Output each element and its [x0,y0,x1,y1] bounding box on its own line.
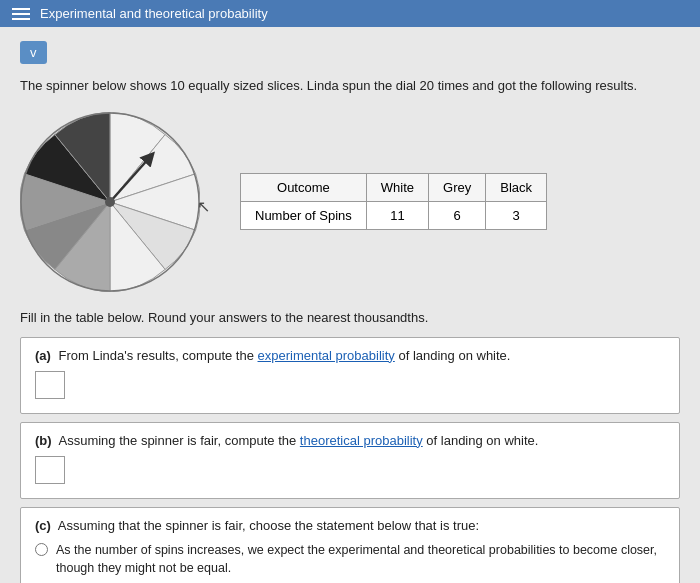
question-b-label: (b) Assuming the spinner is fair, comput… [35,433,665,448]
question-b-box: (b) Assuming the spinner is fair, comput… [20,422,680,499]
white-spins: 11 [366,202,428,230]
intro-text: The spinner below shows 10 equally sized… [20,76,680,96]
grey-spins: 6 [429,202,486,230]
top-bar: Experimental and theoretical probability [0,0,700,27]
grey-header: Grey [429,174,486,202]
results-table: Outcome White Grey Black Number of Spins… [240,173,547,230]
black-header: Black [486,174,547,202]
question-a-input[interactable] [35,371,65,399]
fill-instruction: Fill in the table below. Round your answ… [20,310,680,325]
hamburger-menu[interactable] [12,8,30,20]
question-c-label: (c) Assuming that the spinner is fair, c… [35,518,665,533]
num-spins-label: Number of Spins [241,202,367,230]
question-b-input[interactable] [35,456,65,484]
experimental-probability-link[interactable]: experimental probability [258,348,395,363]
radio-closer[interactable] [35,543,48,556]
black-spins: 3 [486,202,547,230]
question-a-label: (a) From Linda's results, compute the ex… [35,348,665,363]
cursor-indicator: ↖ [197,197,210,216]
content-area: v The spinner below shows 10 equally siz… [0,27,700,583]
dropdown-button[interactable]: v [20,41,47,64]
outcome-header: Outcome [241,174,367,202]
radio-option-closer: As the number of spins increases, we exp… [35,541,665,579]
spinner: ↖ [20,112,200,292]
page-title: Experimental and theoretical probability [40,6,268,21]
white-header: White [366,174,428,202]
svg-point-1 [105,197,115,207]
question-a-box: (a) From Linda's results, compute the ex… [20,337,680,414]
spinner-table-section: ↖ Outcome White Grey Black Number of Spi… [20,112,680,292]
results-table-container: Outcome White Grey Black Number of Spins… [240,173,547,230]
theoretical-probability-link[interactable]: theoretical probability [300,433,423,448]
question-c-box: (c) Assuming that the spinner is fair, c… [20,507,680,584]
